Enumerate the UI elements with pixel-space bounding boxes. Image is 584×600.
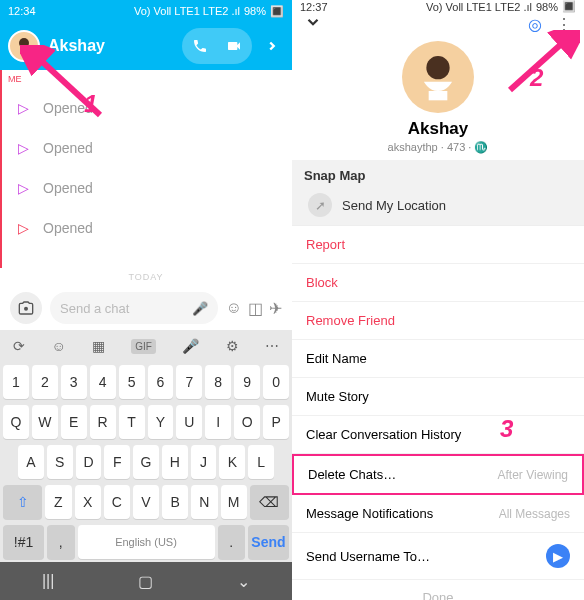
key[interactable]: G <box>133 445 159 479</box>
key[interactable]: 4 <box>90 365 116 399</box>
done-button[interactable]: Done <box>292 580 584 600</box>
rocket-icon[interactable]: ✈ <box>269 299 282 318</box>
menu-send-username[interactable]: Send Username To… ▶ <box>292 533 584 580</box>
comma-key[interactable]: , <box>47 525 74 559</box>
kb-tool[interactable]: ⟳ <box>13 338 25 354</box>
key[interactable]: 1 <box>3 365 29 399</box>
target-icon[interactable]: ◎ <box>528 15 542 34</box>
key[interactable]: R <box>90 405 116 439</box>
key[interactable]: U <box>176 405 202 439</box>
message-item[interactable]: ▷ Opened <box>2 208 292 248</box>
key[interactable]: L <box>248 445 274 479</box>
key[interactable]: I <box>205 405 231 439</box>
send-key[interactable]: Send <box>248 525 289 559</box>
message-status: Opened <box>43 140 93 156</box>
key[interactable]: 7 <box>176 365 202 399</box>
profile-screen: 12:37 Vo) Voll LTE1 LTE2 .ıl 98% 🔳 ◎ ⋮ A… <box>292 0 584 600</box>
location-icon: ➚ <box>308 193 332 217</box>
key[interactable]: X <box>75 485 101 519</box>
backspace-key[interactable]: ⌫ <box>250 485 289 519</box>
kb-tool[interactable]: ⚙ <box>226 338 239 354</box>
menu-delete-chats[interactable]: Delete Chats… After Viewing <box>292 454 584 495</box>
profile-meta: akshaythp · 473 · ♏ <box>388 141 489 154</box>
menu-mute-story[interactable]: Mute Story <box>292 378 584 416</box>
menu-remove-friend[interactable]: Remove Friend <box>292 302 584 340</box>
menu-clear-history[interactable]: Clear Conversation History <box>292 416 584 454</box>
message-item[interactable]: ▷ Opened <box>2 88 292 128</box>
voice-call-button[interactable] <box>186 32 214 60</box>
key[interactable]: D <box>76 445 102 479</box>
send-location-row[interactable]: ➚ Send My Location <box>304 183 572 225</box>
recents-button[interactable]: ||| <box>42 572 54 590</box>
key[interactable]: K <box>219 445 245 479</box>
key[interactable]: 0 <box>263 365 289 399</box>
keyboard: ⟳ ☺ ▦ GIF 🎤 ⚙ ⋯ 1234567890 QWERTYUIOP AS… <box>0 330 292 562</box>
key[interactable]: 9 <box>234 365 260 399</box>
key[interactable]: 5 <box>119 365 145 399</box>
video-call-button[interactable] <box>220 32 248 60</box>
menu-delete-label: Delete Chats… <box>308 467 396 482</box>
gallery-icon[interactable]: ◫ <box>248 299 263 318</box>
snap-map-title: Snap Map <box>304 168 572 183</box>
key[interactable]: T <box>119 405 145 439</box>
key[interactable]: E <box>61 405 87 439</box>
chat-input[interactable]: Send a chat 🎤 <box>50 292 218 324</box>
key[interactable]: S <box>47 445 73 479</box>
kb-tool[interactable]: ☺ <box>51 338 65 354</box>
menu-send-label: Send Username To… <box>306 549 430 564</box>
kb-tool[interactable]: ⋯ <box>265 338 279 354</box>
menu-sheet: Report Block Remove Friend Edit Name Mut… <box>292 225 584 600</box>
period-key[interactable]: . <box>218 525 245 559</box>
sym-key[interactable]: !#1 <box>3 525 44 559</box>
space-key[interactable]: English (US) <box>78 525 215 559</box>
home-button[interactable]: ▢ <box>138 572 153 591</box>
message-item[interactable]: ▷ Opened <box>2 128 292 168</box>
key[interactable]: Z <box>45 485 71 519</box>
status-net: Vo) Voll LTE1 LTE2 .ıl <box>134 5 240 17</box>
svg-rect-4 <box>429 91 448 100</box>
message-list[interactable]: ▷ Opened ▷ Opened ▷ Opened ▷ Opened <box>0 88 292 268</box>
key[interactable]: C <box>104 485 130 519</box>
shift-key[interactable]: ⇧ <box>3 485 42 519</box>
nav-bar: ||| ▢ ⌄ <box>0 562 292 600</box>
avatar[interactable] <box>8 30 40 62</box>
key[interactable]: 3 <box>61 365 87 399</box>
key[interactable]: J <box>191 445 217 479</box>
key[interactable]: W <box>32 405 58 439</box>
more-icon[interactable]: ⋮ <box>556 15 572 34</box>
key[interactable]: B <box>162 485 188 519</box>
key[interactable]: O <box>234 405 260 439</box>
message-item[interactable]: ▷ Opened <box>2 168 292 208</box>
profile-top-bar: ◎ ⋮ <box>292 13 584 35</box>
key[interactable]: A <box>18 445 44 479</box>
key[interactable]: 6 <box>148 365 174 399</box>
avatar[interactable] <box>402 41 474 113</box>
send-icon: ▶ <box>546 544 570 568</box>
camera-button[interactable] <box>10 292 42 324</box>
chevron-down-icon[interactable] <box>304 13 322 35</box>
menu-block[interactable]: Block <box>292 264 584 302</box>
key[interactable]: P <box>263 405 289 439</box>
key[interactable]: 2 <box>32 365 58 399</box>
key[interactable]: N <box>191 485 217 519</box>
emoji-icon[interactable]: ☺ <box>226 299 242 318</box>
key[interactable]: Q <box>3 405 29 439</box>
menu-edit-name[interactable]: Edit Name <box>292 340 584 378</box>
key[interactable]: V <box>133 485 159 519</box>
key[interactable]: 8 <box>205 365 231 399</box>
key[interactable]: M <box>221 485 247 519</box>
key[interactable]: H <box>162 445 188 479</box>
mic-icon[interactable]: 🎤 <box>192 301 208 316</box>
menu-notifications[interactable]: Message Notifications All Messages <box>292 495 584 533</box>
opened-icon: ▷ <box>18 220 29 236</box>
kb-tool[interactable]: ▦ <box>92 338 105 354</box>
forward-button[interactable] <box>260 39 284 53</box>
back-button[interactable]: ⌄ <box>237 572 250 591</box>
message-status: Opened <box>43 180 93 196</box>
menu-report[interactable]: Report <box>292 226 584 264</box>
kb-tool[interactable]: 🎤 <box>182 338 199 354</box>
key[interactable]: Y <box>148 405 174 439</box>
kb-tool[interactable]: GIF <box>131 339 156 354</box>
chat-header-name[interactable]: Akshay <box>48 37 174 55</box>
key[interactable]: F <box>104 445 130 479</box>
